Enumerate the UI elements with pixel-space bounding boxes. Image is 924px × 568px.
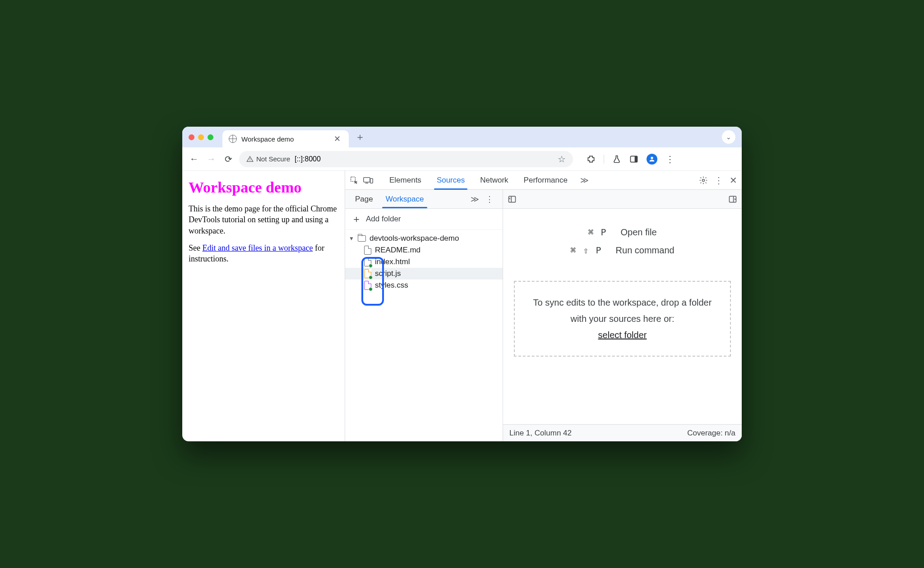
editor-statusbar: Line 1, Column 42 Coverage: n/a	[503, 424, 742, 441]
bookmark-button[interactable]: ☆	[558, 154, 566, 165]
svg-point-0	[249, 160, 250, 160]
reload-button[interactable]: ⟳	[222, 154, 235, 165]
back-button[interactable]: ←	[188, 154, 200, 164]
file-icon	[364, 269, 371, 278]
maximize-window-button[interactable]	[208, 134, 213, 140]
security-status: Not Secure	[246, 155, 290, 163]
tree-folder-root[interactable]: ▼ devtools-workspace-demo	[345, 233, 503, 244]
browser-toolbar: ← → ⟳ Not Secure [::]:8000 ☆ ⋮	[182, 147, 742, 171]
svg-rect-6	[365, 183, 368, 183]
browser-menu-button[interactable]: ⋮	[665, 154, 675, 165]
warning-icon	[246, 156, 254, 163]
sources-subtabs: Page Workspace ≫ ⋮	[345, 190, 742, 209]
devtools-panel: Elements Sources Network Performance ≫ ⋮…	[345, 171, 742, 441]
tab-elements[interactable]: Elements	[383, 171, 428, 189]
svg-rect-1	[249, 158, 250, 160]
tab-performance[interactable]: Performance	[517, 171, 574, 189]
close-window-button[interactable]	[189, 134, 194, 140]
tree-file-index[interactable]: index.html	[345, 256, 503, 268]
toolbar-icons: ⋮	[587, 154, 675, 165]
labs-icon[interactable]	[612, 155, 621, 164]
minimize-window-button[interactable]	[198, 134, 204, 140]
more-tabs-icon[interactable]: ≫	[577, 175, 592, 185]
browser-tab[interactable]: Workspace demo ✕	[222, 130, 349, 147]
shortcut-keys-open: ⌘ P	[588, 227, 607, 238]
tab-search-button[interactable]: ⌄	[722, 130, 735, 144]
close-devtools-button[interactable]: ✕	[730, 175, 737, 186]
page-heading: Workspace demo	[189, 179, 338, 196]
subtab-menu-button[interactable]: ⋮	[485, 194, 494, 204]
svg-rect-5	[364, 177, 370, 182]
forward-button[interactable]: →	[205, 154, 217, 164]
side-panel-icon[interactable]	[629, 155, 638, 164]
shortcuts-hint: ⌘ P Open file ⌘ ⇧ P Run command	[503, 209, 742, 276]
globe-icon	[229, 135, 237, 143]
toggle-debugger-icon[interactable]	[728, 195, 737, 204]
divider	[604, 155, 604, 164]
coverage-status: Coverage: n/a	[687, 429, 735, 438]
webpage: Workspace demo This is the demo page for…	[182, 171, 345, 441]
device-toggle-icon[interactable]	[363, 176, 374, 184]
profile-button[interactable]	[647, 154, 657, 165]
svg-rect-9	[509, 196, 516, 202]
subtab-workspace[interactable]: Workspace	[380, 190, 430, 208]
shortcut-label-open: Open file	[621, 227, 657, 238]
window-controls	[189, 134, 213, 140]
content-area: Workspace demo This is the demo page for…	[182, 171, 742, 441]
file-icon	[364, 257, 371, 266]
tree-file-script[interactable]: script.js	[345, 268, 503, 279]
not-secure-label: Not Secure	[256, 155, 290, 163]
svg-rect-7	[370, 179, 373, 183]
close-tab-button[interactable]: ✕	[332, 134, 342, 144]
page-paragraph-2: See Edit and save files in a workspace f…	[189, 243, 338, 265]
add-folder-button[interactable]: ＋ Add folder	[345, 209, 503, 230]
url-text: [::]:8000	[295, 155, 321, 163]
folder-icon	[358, 235, 366, 242]
tab-title: Workspace demo	[241, 135, 328, 143]
subtab-page[interactable]: Page	[350, 190, 379, 208]
svg-rect-3	[635, 156, 638, 162]
toggle-navigator-icon[interactable]	[508, 195, 517, 204]
cursor-position: Line 1, Column 42	[509, 429, 572, 438]
sources-body: ＋ Add folder ▼ devtools-workspace-demo	[345, 209, 742, 441]
extensions-icon[interactable]	[587, 155, 596, 164]
tree-file-styles[interactable]: styles.css	[345, 279, 503, 291]
shortcut-keys-run: ⌘ ⇧ P	[570, 245, 602, 256]
svg-point-8	[702, 179, 705, 181]
devtools-menu-button[interactable]: ⋮	[714, 175, 723, 186]
tab-network[interactable]: Network	[474, 171, 514, 189]
file-icon	[364, 281, 371, 290]
devtools-tabs: Elements Sources Network Performance ≫ ⋮…	[345, 171, 742, 190]
page-paragraph-1: This is the demo page for the official C…	[189, 203, 338, 236]
file-tree: ▼ devtools-workspace-demo README.md inde…	[345, 230, 503, 294]
select-folder-link[interactable]: select folder	[598, 330, 647, 340]
tab-sources[interactable]: Sources	[430, 171, 471, 189]
shortcut-label-run: Run command	[616, 245, 675, 256]
tree-file-readme[interactable]: README.md	[345, 244, 503, 256]
workspace-dropzone[interactable]: To sync edits to the workspace, drop a f…	[514, 281, 731, 357]
file-icon	[364, 246, 371, 255]
new-tab-button[interactable]: ＋	[355, 130, 365, 144]
inspect-icon[interactable]	[350, 176, 360, 185]
file-tree-pane: ＋ Add folder ▼ devtools-workspace-demo	[345, 209, 503, 441]
gear-icon[interactable]	[699, 176, 708, 185]
more-subtabs-icon[interactable]: ≫	[471, 194, 479, 204]
workspace-link[interactable]: Edit and save files in a workspace	[203, 243, 313, 252]
address-bar[interactable]: Not Secure [::]:8000 ☆	[239, 151, 573, 167]
editor-pane: ⌘ P Open file ⌘ ⇧ P Run command To sync …	[503, 209, 742, 441]
titlebar: Workspace demo ✕ ＋ ⌄	[182, 127, 742, 147]
browser-window: Workspace demo ✕ ＋ ⌄ ← → ⟳ Not Secure [:…	[182, 127, 742, 441]
